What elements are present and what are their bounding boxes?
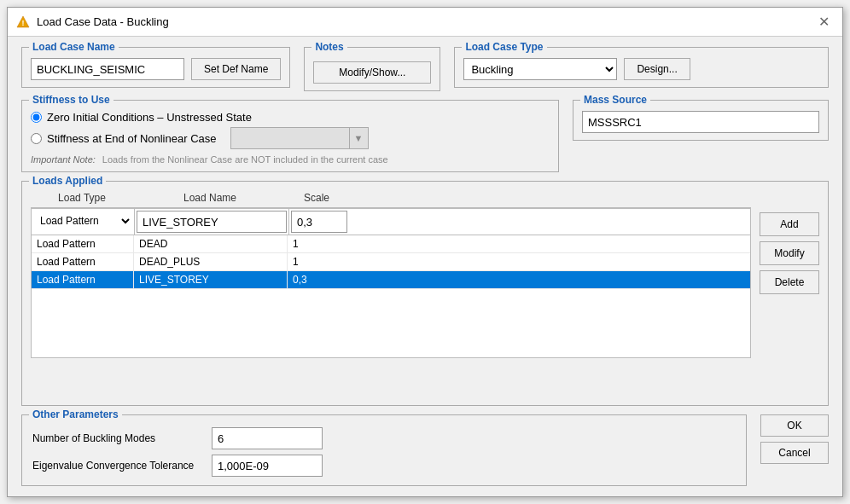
top-row: Load Case Name Set Def Name Notes Modify… [21,47,829,91]
load-case-type-section: Load Case Type Buckling Static Modal Res… [454,47,829,88]
nonlinear-dropdown: ▼ [230,127,369,149]
radio-zero-initial-label: Zero Initial Conditions – Unstressed Sta… [47,111,252,124]
table-area: Load Type Load Name Scale Load Pattern [31,188,751,358]
load-case-type-label: Load Case Type [462,41,546,53]
modify-show-button[interactable]: Modify/Show... [313,61,431,84]
bottom-row: Other Parameters Number of Buckling Mode… [21,414,829,486]
modify-button[interactable]: Modify [760,241,819,265]
data-rows: Load Pattern DEAD 1 Load Pattern DEAD_PL… [32,235,750,357]
set-def-name-button[interactable]: Set Def Name [191,58,281,80]
row3-scale: 0,3 [288,271,347,288]
table-row[interactable]: Load Pattern DEAD_PLUS 1 [32,253,750,271]
radio-nonlinear-row: Stiffness at End of Nonlinear Case ▼ [31,127,550,149]
title-bar-left: ! Load Case Data - Buckling [16,15,169,29]
dialog-window: ! Load Case Data - Buckling ✕ Load Case … [7,7,843,497]
buckling-modes-input[interactable] [212,427,323,449]
notes-label: Notes [311,41,346,53]
filter-row: Load Pattern [32,209,750,235]
col-headers: Load Type Load Name Scale [31,188,751,208]
col-header-scale: Scale [287,190,346,206]
important-note: Important Note: Loads from the Nonlinear… [31,154,550,165]
note-text: Loads from the Nonlinear Case are NOT in… [102,154,388,165]
app-icon: ! [16,15,30,29]
close-button[interactable]: ✕ [813,12,834,32]
ok-button[interactable]: OK [760,414,829,437]
row2-name: DEAD_PLUS [134,253,288,270]
row1-scale: 1 [288,235,347,252]
add-button[interactable]: Add [760,212,819,236]
eigenvalue-label: Eigenvalue Convergence Tolerance [32,460,203,472]
buckling-modes-row: Number of Buckling Modes [32,427,736,449]
nonlinear-case-arrow: ▼ [350,127,369,149]
title-text: Load Case Data - Buckling [37,15,169,28]
mass-source-section: Mass Source [573,100,829,141]
radio-nonlinear-label: Stiffness at End of Nonlinear Case [47,132,217,145]
row1-name: DEAD [134,235,288,252]
empty-rows [32,289,750,357]
eigenvalue-row: Eigenvalue Convergence Tolerance [32,455,736,477]
loads-table-wrapper: Load Pattern [31,208,751,358]
radio-zero-initial[interactable] [31,112,42,123]
cancel-button[interactable]: Cancel [760,442,829,464]
name-row: Set Def Name [31,58,281,80]
mass-source-label: Mass Source [580,94,650,106]
design-button[interactable]: Design... [624,58,690,80]
filter-type-select[interactable]: Load Pattern [33,211,132,231]
loads-buttons-area: Add Modify Delete [760,188,819,358]
filter-scale-cell [289,209,349,235]
row2-type: Load Pattern [32,253,134,270]
svg-text:!: ! [22,19,25,27]
mass-source-input[interactable] [582,111,819,133]
load-case-name-input[interactable] [31,58,184,80]
load-case-name-label: Load Case Name [29,41,119,53]
note-label: Important Note: [31,154,96,165]
load-case-name-section: Load Case Name Set Def Name [21,47,290,88]
ok-cancel-area: OK Cancel [760,414,829,466]
filter-name-cell [135,209,289,235]
nonlinear-case-box [230,127,350,149]
row1-type: Load Pattern [32,235,134,252]
delete-button[interactable]: Delete [760,270,819,294]
radio-unstressed: Zero Initial Conditions – Unstressed Sta… [31,111,550,124]
row3-name: LIVE_STOREY [134,271,288,288]
table-row-selected[interactable]: Load Pattern LIVE_STOREY 0,3 [32,271,750,289]
filter-scale-input[interactable] [291,211,347,233]
title-bar: ! Load Case Data - Buckling ✕ [8,8,842,37]
other-params-label: Other Parameters [29,408,122,420]
row3-type: Load Pattern [32,271,134,288]
stiffness-section: Stiffness to Use Zero Initial Conditions… [21,100,559,172]
loads-applied-section: Loads Applied Load Type Load Name Scale [21,181,829,406]
filter-name-input[interactable] [137,211,287,233]
buckling-modes-label: Number of Buckling Modes [32,432,203,444]
other-params-section: Other Parameters Number of Buckling Mode… [21,414,747,486]
radio-nonlinear[interactable] [31,133,42,144]
col-header-name: Load Name [133,190,287,206]
dialog-body: Load Case Name Set Def Name Notes Modify… [8,37,842,496]
col-header-type: Load Type [31,190,133,206]
table-row[interactable]: Load Pattern DEAD 1 [32,235,750,253]
stiffness-label: Stiffness to Use [29,94,114,106]
loads-content: Load Type Load Name Scale Load Pattern [31,188,819,358]
filter-type-cell: Load Pattern [32,209,135,235]
notes-section: Notes Modify/Show... [304,47,440,91]
loads-applied-label: Loads Applied [29,175,106,187]
stiffness-mass-row: Stiffness to Use Zero Initial Conditions… [21,100,829,172]
eigenvalue-input[interactable] [212,455,323,477]
type-row: Buckling Static Modal Response Spectrum … [463,58,819,80]
row2-scale: 1 [288,253,347,270]
load-case-type-select[interactable]: Buckling Static Modal Response Spectrum [463,58,617,80]
